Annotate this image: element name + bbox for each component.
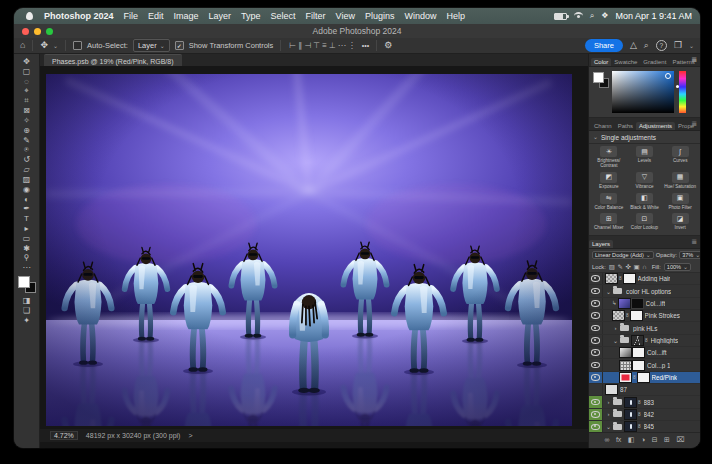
lock-position-icon[interactable]: ✜ [625, 263, 630, 271]
add-mask-icon[interactable]: ◧ [628, 436, 635, 443]
expander-icon[interactable]: ⌄ [605, 288, 612, 295]
adjustments-header[interactable]: ⌄ Single adjustments ≣ [589, 131, 700, 144]
layer-mask-thumbnail[interactable] [633, 361, 644, 370]
new-layer-icon[interactable]: ⊞ [664, 436, 670, 443]
layer-mask-thumbnail[interactable] [632, 299, 643, 308]
brush-tool[interactable]: ✎ [17, 135, 37, 145]
visibility-cell[interactable] [589, 298, 603, 309]
move-tool[interactable]: ✥ [17, 57, 37, 67]
layer-row-87[interactable]: 87 [589, 384, 700, 396]
layer-thumbnail[interactable] [620, 373, 631, 382]
layer-thumbnail[interactable] [625, 422, 636, 431]
visibility-cell[interactable] [589, 335, 603, 346]
expander-icon[interactable]: › [612, 325, 619, 331]
layer-row-pink-strokes[interactable]: 8Pink Strokes [589, 310, 700, 322]
blend-mode-dropdown[interactable]: Linear Dodge (Add) ⌄ [592, 251, 654, 259]
tab-chann[interactable]: Chann [591, 122, 615, 130]
visibility-cell[interactable] [589, 273, 603, 284]
visibility-cell[interactable] [589, 421, 603, 432]
show-transform-checkbox[interactable]: ✓ [175, 41, 184, 50]
menu-help[interactable]: Help [447, 11, 466, 21]
type-tool[interactable]: T [17, 214, 37, 224]
visibility-cell[interactable] [589, 372, 603, 383]
layer-thumbnail[interactable] [606, 274, 617, 283]
hand-tool[interactable]: ✱ [17, 243, 37, 253]
lock-artboard-icon[interactable]: ▣ [633, 263, 639, 271]
expander-icon[interactable]: › [605, 411, 612, 417]
layer-thumbnail[interactable] [619, 299, 630, 308]
tab-swatche[interactable]: Swatche [611, 58, 640, 66]
adjustment-item[interactable]: ∫Curves [663, 146, 697, 171]
screen-mode-icon[interactable]: ❏ [17, 305, 37, 315]
link-layers-icon[interactable]: ∞ [604, 436, 609, 443]
workspace-settings-icon[interactable]: ⚙ [384, 41, 392, 50]
share-button[interactable]: Share [585, 39, 623, 52]
menu-image[interactable]: Image [174, 11, 199, 21]
layer-row-845[interactable]: ⌄8845 [589, 421, 700, 432]
layer-thumbnail[interactable] [625, 398, 636, 407]
eyedropper-tool[interactable]: ✧ [17, 116, 37, 126]
menu-file[interactable]: File [124, 11, 139, 21]
gradient-tool[interactable]: ▨ [17, 175, 37, 185]
foreground-color-swatch[interactable] [18, 276, 30, 288]
object-selection-tool[interactable]: ⌖ [17, 86, 37, 96]
quick-mask-icon[interactable]: ◨ [17, 296, 37, 306]
list-icon[interactable]: ≣ [691, 56, 697, 64]
visibility-cell[interactable] [589, 384, 603, 395]
adjustment-item[interactable]: ▽Vibrance [628, 172, 662, 192]
color-fg-bg-widget[interactable] [593, 72, 609, 88]
lock-all-icon[interactable]: ∩ [642, 263, 647, 271]
tab-color[interactable]: Color [591, 58, 611, 66]
visibility-cell[interactable] [589, 310, 603, 321]
layer-row-red-pink[interactable]: 8Red/Pink [589, 372, 700, 384]
align-left-icon[interactable]: ⊢ [289, 41, 296, 50]
visibility-cell[interactable] [589, 322, 603, 333]
menu-photoshop[interactable]: Photoshop 2024 [44, 11, 114, 21]
expander-icon[interactable]: ⌄ [612, 337, 619, 344]
color-picker-dot[interactable] [665, 73, 671, 79]
frame-tool[interactable]: ⊠ [17, 106, 37, 116]
opacity-dropdown[interactable]: 37% ⌄ [679, 251, 700, 259]
hue-slider[interactable] [679, 71, 686, 113]
tab-adjustments[interactable]: Adjustments [636, 122, 675, 130]
distribute-v-icon[interactable]: ⋮ [348, 41, 356, 50]
lasso-tool[interactable]: ◌ [17, 77, 37, 87]
path-selection-tool[interactable]: ▸ [17, 224, 37, 234]
layer-row-highlights[interactable]: ⌄8Highlights [589, 335, 700, 347]
visibility-cell[interactable] [589, 396, 603, 407]
layer-thumbnail[interactable] [620, 361, 631, 370]
more-options-icon[interactable]: ••• [362, 42, 369, 49]
align-center-h-icon[interactable]: ∥ [298, 41, 302, 50]
auto-select-checkbox[interactable] [73, 41, 82, 50]
visibility-cell[interactable] [589, 285, 603, 296]
panel-menu-icon[interactable]: ≣ [691, 120, 697, 128]
lock-transparent-icon[interactable]: ▨ [609, 263, 615, 271]
marquee-tool[interactable]: ▢ [17, 67, 37, 77]
auto-select-target-dropdown[interactable]: Layer ⌄ [133, 39, 170, 52]
control-center-icon[interactable]: ❖ [601, 11, 608, 21]
adjustment-item[interactable]: ▣Photo Filter [663, 193, 697, 213]
align-top-icon[interactable]: ⊤ [313, 41, 320, 50]
menu-layer[interactable]: Layer [209, 11, 232, 21]
status-chevron-icon[interactable]: > [188, 432, 192, 439]
layer-thumbnail[interactable] [613, 311, 624, 320]
spotlight-icon[interactable]: ⌕ [590, 11, 594, 21]
blur-tool[interactable]: ◉ [17, 184, 37, 194]
layer-effects-icon[interactable]: fx [616, 436, 621, 443]
menu-view[interactable]: View [336, 11, 355, 21]
adjustment-item[interactable]: ☀Brightness/ Contrast [592, 146, 626, 171]
eraser-tool[interactable]: ▱ [17, 165, 37, 175]
layer-row-col-ift[interactable]: Col...ift [589, 347, 700, 359]
workspace-icon[interactable]: ❐ [674, 41, 682, 50]
clone-stamp-tool[interactable]: ⍟ [17, 145, 37, 155]
adjustment-item[interactable]: ◩Exposure [592, 172, 626, 192]
dodge-tool[interactable]: ◐ [17, 194, 37, 204]
new-adjustment-icon[interactable]: ◑ [641, 436, 645, 443]
adjustment-item[interactable]: ⊞Channel Mixer [592, 213, 626, 233]
move-tool-icon[interactable]: ✥ [40, 41, 48, 50]
adjustment-item[interactable]: ◧Black & White [628, 193, 662, 213]
canvas-area[interactable]: 4.72% 48192 px x 30240 px (300 ppi) > [40, 66, 588, 448]
menu-edit[interactable]: Edit [148, 11, 164, 21]
layer-thumbnail[interactable] [632, 336, 643, 345]
distribute-h-icon[interactable]: ⋯ [338, 41, 346, 50]
